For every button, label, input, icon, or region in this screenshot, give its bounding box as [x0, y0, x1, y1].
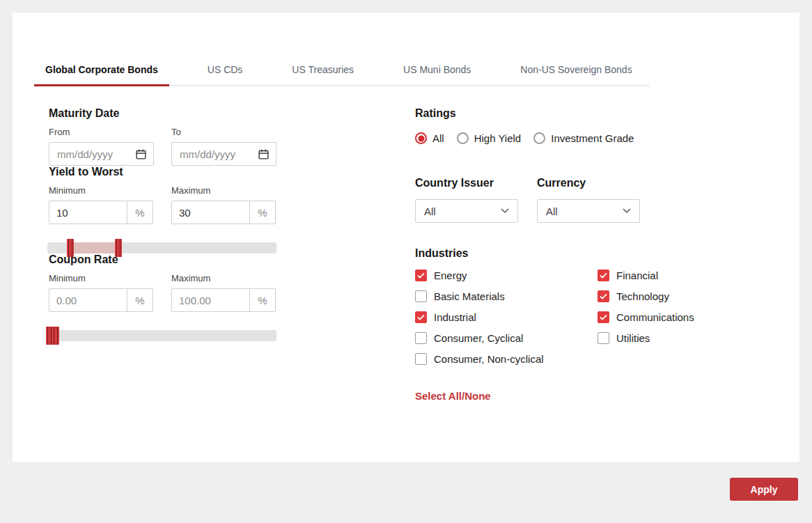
radio-high-yield[interactable]: High Yield	[457, 132, 522, 144]
country-issuer-select[interactable]: All	[415, 199, 518, 223]
maximum-label: Maximum	[171, 273, 276, 283]
maturity-from-input[interactable]	[49, 148, 135, 160]
checkbox-unchecked-icon	[415, 290, 427, 302]
checkbox-label: Utilities	[616, 332, 650, 344]
checkbox-utilities[interactable]: Utilities	[598, 332, 694, 344]
checkbox-label: Consumer, Non-cyclical	[434, 353, 544, 365]
minimum-label: Minimum	[49, 273, 154, 283]
checkbox-energy[interactable]: Energy	[415, 270, 598, 281]
slider-selected-range	[70, 242, 118, 253]
coupon-fields: Minimum % Maximum %	[49, 273, 415, 312]
maturity-from-field: From	[49, 127, 154, 166]
tab-global-corporate-bonds[interactable]: Global Corporate Bonds	[34, 64, 169, 86]
chevron-down-icon	[501, 208, 509, 214]
coupon-range-slider[interactable]	[47, 330, 276, 341]
ratings-radio-group: All High Yield Investment Grade	[415, 132, 799, 144]
radio-unselected-icon	[457, 132, 469, 144]
tab-bar: Global Corporate Bonds US CDs US Treasur…	[34, 64, 650, 86]
checkbox-label: Industrial	[434, 311, 476, 323]
maturity-date-fields: From To	[49, 127, 415, 166]
chevron-down-icon	[623, 208, 631, 214]
yield-max-group: %	[171, 201, 276, 224]
checkbox-label: Basic Materials	[434, 290, 505, 302]
yield-range-slider[interactable]	[47, 242, 276, 253]
right-column: Ratings All High Yield Investment Grade …	[415, 107, 799, 403]
checkbox-technology[interactable]: Technology	[598, 290, 694, 302]
coupon-max-group: %	[171, 288, 276, 312]
apply-button[interactable]: Apply	[730, 478, 798, 501]
coupon-max-field: Maximum %	[171, 273, 276, 312]
tab-us-cds[interactable]: US CDs	[196, 64, 254, 85]
coupon-slider-handle-max[interactable]	[52, 327, 59, 345]
checkbox-unchecked-icon	[598, 332, 609, 344]
selected-value: All	[424, 205, 436, 217]
yield-slider-handle-max[interactable]	[115, 239, 122, 257]
checkbox-financial[interactable]: Financial	[598, 270, 694, 281]
coupon-max-input[interactable]	[171, 288, 250, 312]
currency-select[interactable]: All	[537, 199, 640, 223]
checkbox-unchecked-icon	[415, 332, 427, 344]
checkbox-label: Energy	[434, 270, 467, 281]
checkbox-label: Financial	[616, 270, 658, 281]
maturity-to-field: To	[171, 127, 276, 166]
checkbox-label: Communications	[616, 311, 694, 323]
yield-min-input[interactable]	[49, 201, 127, 224]
checkbox-checked-icon	[598, 270, 609, 281]
radio-label: High Yield	[474, 132, 522, 144]
checkbox-label: Consumer, Cyclical	[434, 332, 523, 344]
calendar-icon[interactable]	[135, 148, 147, 160]
coupon-min-group: %	[49, 288, 154, 312]
dropdown-row: Country Issuer All Currency All	[415, 177, 799, 223]
selected-value: All	[546, 205, 558, 217]
maturity-to-datefield	[171, 142, 276, 166]
yield-min-field: Minimum %	[49, 185, 154, 224]
industries-heading: Industries	[415, 247, 799, 260]
maturity-to-input[interactable]	[172, 148, 258, 160]
checkbox-checked-icon	[415, 270, 427, 281]
coupon-rate-heading: Coupon Rate	[49, 253, 415, 266]
to-label: To	[171, 127, 276, 137]
yield-max-input[interactable]	[171, 201, 250, 224]
percent-suffix: %	[127, 288, 153, 312]
radio-unselected-icon	[533, 132, 545, 144]
filter-form: Maturity Date From To	[49, 107, 799, 403]
filter-panel: Global Corporate Bonds US CDs US Treasur…	[13, 13, 799, 462]
yield-slider-handle-min[interactable]	[67, 239, 74, 257]
minimum-label: Minimum	[49, 185, 154, 196]
radio-label: All	[432, 132, 444, 144]
yield-fields: Minimum % Maximum %	[49, 185, 415, 224]
tab-non-us-sovereign-bonds[interactable]: Non-US Sovereign Bonds	[509, 64, 643, 85]
coupon-min-input[interactable]	[49, 288, 127, 312]
radio-investment-grade[interactable]: Investment Grade	[533, 132, 634, 144]
country-issuer-heading: Country Issuer	[415, 177, 518, 189]
maximum-label: Maximum	[171, 185, 276, 196]
industries-right-column: Financial Technology Communications	[598, 270, 694, 365]
left-column: Maturity Date From To	[49, 107, 415, 403]
maturity-from-datefield	[49, 142, 154, 166]
maturity-date-heading: Maturity Date	[49, 107, 415, 120]
checkbox-checked-icon	[598, 311, 609, 323]
calendar-icon[interactable]	[258, 148, 270, 160]
checkbox-consumer-cyclical[interactable]: Consumer, Cyclical	[415, 332, 598, 344]
yield-min-group: %	[49, 201, 154, 224]
industries-checkbox-grid: Energy Basic Materials Industrial	[415, 270, 799, 365]
radio-all[interactable]: All	[415, 132, 444, 144]
yield-max-field: Maximum %	[171, 185, 276, 224]
checkbox-checked-icon	[598, 290, 609, 302]
yield-to-worst-heading: Yield to Worst	[49, 166, 415, 178]
ratings-heading: Ratings	[415, 107, 799, 120]
radio-label: Investment Grade	[551, 132, 634, 144]
radio-selected-icon	[415, 132, 427, 144]
currency-heading: Currency	[537, 177, 640, 189]
checkbox-industrial[interactable]: Industrial	[415, 311, 598, 323]
checkbox-label: Technology	[616, 290, 669, 302]
checkbox-communications[interactable]: Communications	[598, 311, 694, 323]
currency-field: Currency All	[537, 177, 640, 223]
tab-us-muni-bonds[interactable]: US Muni Bonds	[392, 64, 482, 85]
tab-us-treasuries[interactable]: US Treasuries	[281, 64, 365, 85]
checkbox-unchecked-icon	[415, 353, 427, 365]
country-issuer-field: Country Issuer All	[415, 177, 518, 223]
checkbox-basic-materials[interactable]: Basic Materials	[415, 290, 598, 302]
checkbox-consumer-non-cyclical[interactable]: Consumer, Non-cyclical	[415, 353, 598, 365]
select-all-none-link[interactable]: Select All/None	[415, 390, 491, 402]
